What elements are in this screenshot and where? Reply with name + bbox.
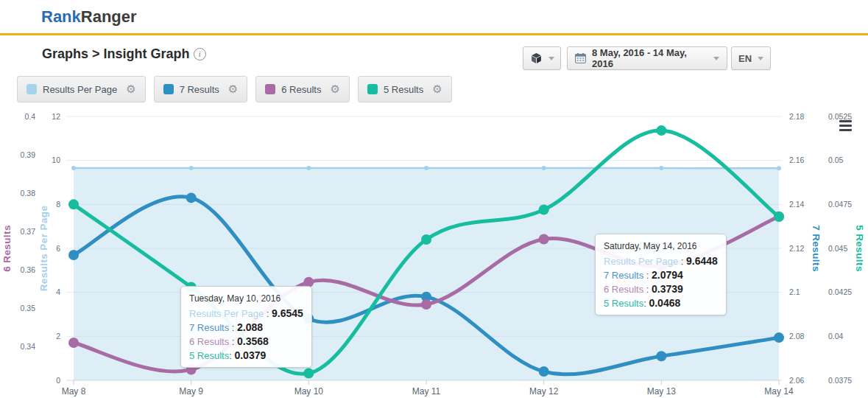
svg-text:2.12: 2.12 — [789, 244, 805, 253]
svg-text:2.06: 2.06 — [789, 376, 805, 385]
svg-text:May 9: May 9 — [179, 386, 203, 397]
tooltip-date: Saturday, May 14, 2016 — [604, 240, 718, 254]
svg-text:8: 8 — [56, 200, 60, 209]
svg-text:May 10: May 10 — [294, 386, 324, 397]
svg-text:6 Results: 6 Results — [1, 225, 13, 272]
svg-text:6: 6 — [56, 244, 60, 253]
svg-text:0.35: 0.35 — [21, 304, 36, 313]
svg-text:0.0375: 0.0375 — [828, 376, 852, 385]
svg-text:0.37: 0.37 — [21, 227, 36, 236]
tooltip-row: 5 Results: 0.0468 — [604, 296, 718, 310]
svg-text:0.05: 0.05 — [828, 156, 844, 164]
svg-text:0.0525: 0.0525 — [828, 112, 852, 121]
svg-text:0.34: 0.34 — [21, 342, 36, 351]
tooltip-row: 7 Results : 2.0794 — [604, 268, 718, 282]
svg-text:0.38: 0.38 — [21, 189, 36, 198]
svg-text:0.39: 0.39 — [21, 150, 36, 159]
svg-text:2.1: 2.1 — [789, 287, 800, 296]
tooltip-row: 6 Results : 0.3739 — [604, 282, 718, 296]
svg-text:0.0425: 0.0425 — [828, 287, 852, 296]
svg-text:0.36: 0.36 — [21, 265, 36, 274]
svg-text:Results Per Page: Results Per Page — [38, 206, 49, 292]
svg-text:0.045: 0.045 — [828, 244, 847, 253]
svg-text:0: 0 — [56, 376, 60, 385]
svg-text:May 13: May 13 — [647, 386, 677, 397]
svg-text:0.4: 0.4 — [24, 112, 35, 121]
tooltip-row: Results Per Page : 9.6448 — [604, 254, 718, 268]
tooltip-date: Tuesday, May 10, 2016 — [189, 292, 303, 306]
svg-text:12: 12 — [52, 112, 60, 121]
svg-text:May 14: May 14 — [764, 386, 794, 397]
chart-menu-icon[interactable] — [839, 120, 852, 133]
svg-text:0.04: 0.04 — [828, 332, 844, 341]
svg-text:7 Results: 7 Results — [811, 225, 822, 272]
svg-text:4: 4 — [56, 287, 60, 296]
svg-text:2.18: 2.18 — [789, 112, 805, 121]
tooltip-row: Results Per Page : 9.6545 — [189, 307, 303, 321]
insight-chart[interactable]: May 8May 9May 10May 11May 12May 13May 14… — [0, 0, 868, 398]
chart-tooltip-may14: Saturday, May 14, 2016 Results Per Page … — [595, 234, 727, 315]
svg-text:May 8: May 8 — [62, 386, 86, 397]
svg-text:0.0475: 0.0475 — [828, 200, 852, 209]
svg-text:2: 2 — [56, 332, 60, 341]
chart-tooltip-may10: Tuesday, May 10, 2016 Results Per Page :… — [180, 286, 312, 368]
svg-text:5 Results: 5 Results — [854, 225, 865, 272]
svg-text:2.08: 2.08 — [789, 332, 805, 341]
svg-text:2.16: 2.16 — [789, 156, 805, 164]
chart-canvas: May 8May 9May 10May 11May 12May 13May 14… — [0, 0, 868, 398]
svg-text:2.14: 2.14 — [789, 200, 805, 209]
tooltip-row: 7 Results : 2.088 — [189, 321, 303, 335]
svg-text:May 11: May 11 — [412, 386, 441, 397]
svg-text:10: 10 — [52, 156, 60, 164]
svg-text:May 12: May 12 — [529, 386, 559, 397]
tooltip-row: 5 Results: 0.0379 — [189, 349, 303, 363]
tooltip-row: 6 Results : 0.3568 — [189, 335, 303, 349]
